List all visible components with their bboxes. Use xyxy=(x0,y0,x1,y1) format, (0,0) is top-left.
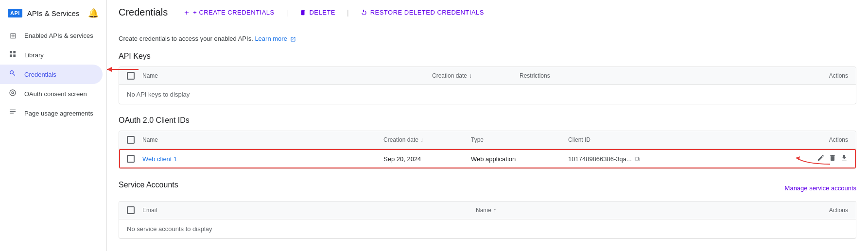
learn-more-link[interactable]: Learn more xyxy=(255,35,295,42)
service-name-col[interactable]: Name ↑ xyxy=(476,207,809,214)
sort-up-icon: ↑ xyxy=(493,207,496,214)
sidebar-item-label: Page usage agreements xyxy=(24,110,93,117)
oauth-icon xyxy=(8,89,17,99)
sidebar-item-page-usage[interactable]: Page usage agreements xyxy=(0,103,103,123)
credentials-icon xyxy=(8,69,17,79)
edit-icon[interactable] xyxy=(817,154,825,164)
main-content: Credentials + CREATE CREDENTIALS | DELET… xyxy=(107,0,868,251)
api-logo: API xyxy=(8,9,22,17)
web-client-link[interactable]: Web client 1 xyxy=(142,155,177,163)
sidebar-item-oauth-consent[interactable]: OAuth consent screen xyxy=(0,84,103,103)
sidebar-item-library[interactable]: Library xyxy=(0,45,103,65)
sidebar-item-credentials[interactable]: Credentials xyxy=(0,65,103,84)
oauth-name-col: Name xyxy=(142,136,383,143)
oauth-actions-col: Actions xyxy=(809,136,848,143)
service-email-col: Email xyxy=(142,207,476,214)
svg-point-6 xyxy=(12,92,14,94)
sidebar-item-enabled-apis[interactable]: ⊞ Enabled APIs & services xyxy=(0,26,103,45)
copy-icon[interactable]: ⧉ xyxy=(635,155,640,163)
manage-service-accounts-link[interactable]: Manage service accounts xyxy=(785,184,856,192)
svg-rect-3 xyxy=(13,54,16,57)
api-keys-table-header: Name Creation date ↓ Restrictions Action… xyxy=(119,67,856,85)
service-accounts-empty-message: No service accounts to display xyxy=(119,219,856,238)
oauth-row-client-id: 1017489866386-3qa... ⧉ xyxy=(568,155,809,163)
sort-down-icon: ↓ xyxy=(420,136,423,143)
grid-icon: ⊞ xyxy=(8,31,17,40)
sidebar-header: API APIs & Services 🔔 xyxy=(0,4,106,26)
page-usage-icon xyxy=(8,108,17,118)
svg-rect-0 xyxy=(10,51,12,53)
sidebar-item-label: OAuth consent screen xyxy=(24,90,87,98)
svg-rect-9 xyxy=(10,113,14,113)
delete-button[interactable]: DELETE xyxy=(295,7,339,18)
oauth-table-row: Web client 1 Sep 20, 2024 Web applicatio… xyxy=(119,149,856,168)
oauth-table: Name Creation date ↓ Type Client ID Acti… xyxy=(119,131,856,169)
oauth-client-id-col: Client ID xyxy=(568,136,809,143)
api-keys-checkbox-header[interactable] xyxy=(127,72,142,80)
sort-down-icon: ↓ xyxy=(469,72,472,79)
service-accounts-section-title: Service Accounts xyxy=(119,181,178,189)
sidebar: API APIs & Services 🔔 ⊞ Enabled APIs & s… xyxy=(0,0,107,251)
api-keys-creation-date-col[interactable]: Creation date ↓ xyxy=(432,72,520,79)
service-accounts-table: Email Name ↑ Actions No service accounts… xyxy=(119,201,856,239)
svg-rect-1 xyxy=(13,51,16,53)
service-accounts-table-header: Email Name ↑ Actions xyxy=(119,201,856,219)
page-title: Credentials xyxy=(119,7,168,18)
oauth-creation-date-col[interactable]: Creation date ↓ xyxy=(383,136,471,143)
library-icon xyxy=(8,50,17,60)
oauth-row-actions xyxy=(809,154,848,164)
api-keys-actions-col: Actions xyxy=(809,72,848,79)
svg-point-5 xyxy=(10,90,16,96)
oauth-row-name: Web client 1 xyxy=(142,155,383,163)
api-keys-table: Name Creation date ↓ Restrictions Action… xyxy=(119,67,856,104)
oauth-table-header: Name Creation date ↓ Type Client ID Acti… xyxy=(119,131,856,149)
svg-rect-8 xyxy=(10,111,16,112)
service-accounts-section-header: Service Accounts Manage service accounts xyxy=(119,181,856,195)
api-keys-empty-message: No API keys to display xyxy=(119,85,856,104)
restore-deleted-credentials-button[interactable]: RESTORE DELETED CREDENTIALS xyxy=(357,7,488,18)
service-checkbox-header[interactable] xyxy=(127,206,142,214)
sidebar-title: APIs & Services xyxy=(27,9,80,17)
oauth-row-checkbox[interactable] xyxy=(127,155,142,163)
oauth-checkbox-header[interactable] xyxy=(127,136,142,144)
sidebar-item-label: Credentials xyxy=(24,71,56,78)
sidebar-item-label: Library xyxy=(24,51,44,59)
api-keys-section-title: API Keys xyxy=(119,52,856,61)
download-icon[interactable] xyxy=(840,154,848,164)
sidebar-item-label: Enabled APIs & services xyxy=(24,32,93,39)
notification-bell-icon[interactable]: 🔔 xyxy=(88,8,99,18)
delete-row-icon[interactable] xyxy=(829,154,836,164)
topbar: Credentials + CREATE CREDENTIALS | DELET… xyxy=(107,0,868,25)
api-keys-name-col: Name xyxy=(142,72,432,79)
service-actions-col: Actions xyxy=(809,207,848,214)
info-text: Create credentials to access your enable… xyxy=(119,35,856,42)
create-credentials-button[interactable]: + CREATE CREDENTIALS xyxy=(179,7,278,18)
svg-rect-2 xyxy=(10,54,12,57)
oauth-row-date: Sep 20, 2024 xyxy=(383,155,471,163)
oauth-row-type: Web application xyxy=(471,155,568,163)
svg-rect-7 xyxy=(10,110,16,110)
content-area: Create credentials to access your enable… xyxy=(107,25,868,251)
oauth-type-col: Type xyxy=(471,136,568,143)
svg-point-4 xyxy=(10,71,14,74)
api-keys-restrictions-col: Restrictions xyxy=(520,72,809,79)
oauth-section-title: OAuth 2.0 Client IDs xyxy=(119,116,856,125)
